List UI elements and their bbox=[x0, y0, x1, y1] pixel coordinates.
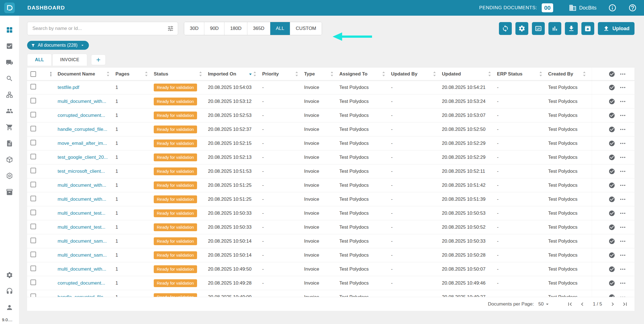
sync-button[interactable] bbox=[499, 22, 512, 35]
row-checkbox[interactable] bbox=[30, 210, 36, 215]
document-name-link[interactable]: multi_document_sam... bbox=[58, 238, 115, 244]
document-name-link[interactable]: test_microsoft_client... bbox=[58, 169, 115, 174]
info-icon[interactable] bbox=[608, 4, 617, 12]
header-menu-button[interactable] bbox=[44, 71, 58, 77]
row-menu-icon[interactable] bbox=[619, 238, 626, 245]
document-name-link[interactable]: test_google_client_20... bbox=[58, 155, 115, 160]
range-180d-button[interactable]: 180D bbox=[224, 22, 247, 35]
document-name-link[interactable]: multi_document_with... bbox=[58, 197, 115, 202]
range-custom-button[interactable]: CUSTOM bbox=[290, 22, 322, 35]
col-header-priority[interactable]: Priority bbox=[262, 71, 304, 77]
sidebar-item-dashboard[interactable] bbox=[0, 22, 19, 38]
document-name-link[interactable]: multi_document_test... bbox=[58, 224, 115, 230]
row-checkbox[interactable] bbox=[30, 126, 36, 131]
tab-invoice[interactable]: INVOICE bbox=[52, 54, 87, 66]
range-all-button[interactable]: ALL bbox=[270, 22, 290, 35]
validated-icon[interactable] bbox=[609, 154, 615, 161]
row-checkbox[interactable] bbox=[30, 196, 36, 201]
header-more-icon[interactable] bbox=[619, 71, 626, 77]
row-checkbox[interactable] bbox=[30, 154, 36, 159]
validated-icon[interactable] bbox=[609, 196, 615, 203]
validated-icon[interactable] bbox=[609, 140, 615, 147]
sidebar-item-integrations[interactable] bbox=[0, 168, 19, 184]
sidebar-item-document-search[interactable] bbox=[0, 70, 19, 87]
col-header-assigned-to[interactable]: Assigned To bbox=[339, 71, 391, 77]
settings-button[interactable] bbox=[515, 22, 528, 35]
document-name-link[interactable]: handle_corrupted_file... bbox=[58, 127, 115, 132]
col-header-updated-by[interactable]: Updated By bbox=[391, 71, 442, 77]
sidebar-item-workflow[interactable] bbox=[0, 87, 19, 103]
row-checkbox[interactable] bbox=[30, 182, 36, 187]
sidebar-item-settings[interactable] bbox=[0, 267, 19, 283]
first-page-button[interactable] bbox=[567, 301, 573, 308]
document-name-link[interactable]: move_email_after_im... bbox=[58, 141, 115, 146]
col-header-type[interactable]: Type bbox=[304, 71, 339, 77]
col-header-imported-on[interactable]: Imported On bbox=[208, 71, 262, 77]
validated-icon[interactable] bbox=[609, 168, 615, 175]
col-header-status[interactable]: Status bbox=[154, 71, 208, 77]
validated-icon[interactable] bbox=[609, 126, 615, 133]
row-menu-icon[interactable] bbox=[619, 252, 626, 259]
sidebar-item-support[interactable] bbox=[0, 283, 19, 299]
validated-icon[interactable] bbox=[609, 238, 615, 245]
row-menu-icon[interactable] bbox=[619, 84, 626, 91]
sidebar-item-profile[interactable] bbox=[0, 299, 19, 316]
app-logo[interactable] bbox=[0, 3, 19, 13]
validated-icon[interactable] bbox=[609, 224, 615, 231]
add-tab-button[interactable] bbox=[91, 55, 106, 65]
row-checkbox[interactable] bbox=[30, 98, 36, 103]
document-name-link[interactable]: corrupted_document... bbox=[58, 280, 115, 286]
validated-icon[interactable] bbox=[609, 112, 615, 119]
download-button[interactable] bbox=[565, 22, 578, 35]
row-menu-icon[interactable] bbox=[619, 210, 626, 217]
row-menu-icon[interactable] bbox=[619, 196, 626, 203]
export-button[interactable] bbox=[581, 22, 594, 35]
sidebar-item-shipping[interactable] bbox=[0, 54, 19, 70]
sidebar-item-users[interactable] bbox=[0, 103, 19, 119]
row-checkbox[interactable] bbox=[30, 140, 36, 145]
select-all-checkbox[interactable] bbox=[30, 71, 36, 77]
col-header-created-by[interactable]: Created By bbox=[548, 71, 592, 77]
row-menu-icon[interactable] bbox=[619, 280, 626, 287]
range-30d-button[interactable]: 30D bbox=[184, 22, 204, 35]
search-input[interactable] bbox=[32, 25, 167, 32]
row-checkbox[interactable] bbox=[30, 84, 36, 89]
row-menu-icon[interactable] bbox=[619, 266, 626, 273]
sidebar-item-invoices[interactable] bbox=[0, 135, 19, 152]
last-page-button[interactable] bbox=[622, 301, 628, 308]
document-name-link[interactable]: testfile.pdf bbox=[58, 85, 115, 90]
document-name-link[interactable]: corrupted_document... bbox=[58, 113, 115, 118]
row-menu-icon[interactable] bbox=[619, 224, 626, 231]
filter-tune-icon[interactable] bbox=[167, 25, 174, 32]
next-page-button[interactable] bbox=[609, 301, 616, 308]
row-checkbox[interactable] bbox=[30, 224, 36, 229]
row-menu-icon[interactable] bbox=[619, 126, 626, 133]
row-menu-icon[interactable] bbox=[619, 98, 626, 105]
sidebar-item-products[interactable] bbox=[0, 184, 19, 200]
analytics-button[interactable] bbox=[548, 22, 561, 35]
validated-icon[interactable] bbox=[609, 280, 615, 287]
range-365d-button[interactable]: 365D bbox=[247, 22, 270, 35]
sidebar-item-purchasing[interactable] bbox=[0, 119, 19, 135]
range-90d-button[interactable]: 90D bbox=[204, 22, 224, 35]
document-name-link[interactable]: multi_document_test... bbox=[58, 211, 115, 216]
row-menu-icon[interactable] bbox=[619, 112, 626, 119]
col-header-erp-status[interactable]: ERP Status bbox=[497, 71, 548, 77]
validated-icon[interactable] bbox=[609, 98, 615, 105]
document-name-link[interactable]: multi_document_with... bbox=[58, 99, 115, 104]
validated-icon[interactable] bbox=[609, 210, 615, 217]
tab-all[interactable]: ALL bbox=[27, 54, 52, 66]
row-menu-icon[interactable] bbox=[619, 154, 626, 161]
row-menu-icon[interactable] bbox=[619, 168, 626, 175]
document-name-link[interactable]: multi_document_with... bbox=[58, 183, 115, 188]
document-name-link[interactable]: multi_document_sam... bbox=[58, 252, 115, 258]
per-page-select[interactable]: 50 bbox=[538, 301, 550, 307]
row-checkbox[interactable] bbox=[30, 252, 36, 257]
validated-icon[interactable] bbox=[609, 266, 615, 273]
row-menu-icon[interactable] bbox=[619, 140, 626, 147]
validated-icon[interactable] bbox=[609, 252, 615, 259]
row-checkbox[interactable] bbox=[30, 112, 36, 117]
document-name-link[interactable]: multi_document_with... bbox=[58, 266, 115, 272]
row-checkbox[interactable] bbox=[30, 168, 36, 173]
row-checkbox[interactable] bbox=[30, 280, 36, 285]
